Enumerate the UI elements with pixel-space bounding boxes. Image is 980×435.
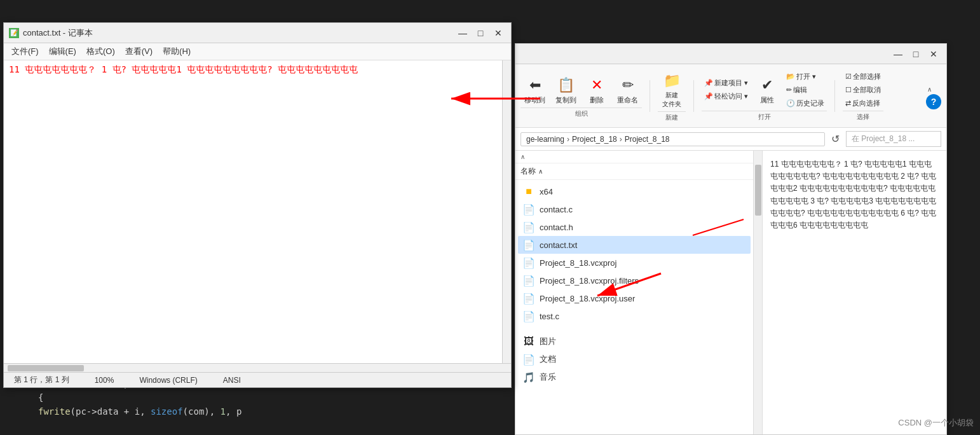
file-item-x64[interactable]: ■ x64 [518, 183, 751, 200]
file-list: ■ x64 📄 contact.c 📄 contact.h 📄 contact.… [515, 180, 753, 434]
csdn-watermark: CSDN @一个小胡袋 [898, 417, 974, 429]
ribbon-separator-3 [834, 80, 835, 112]
file-name-vcxproj-filters: Project_8_18.vcxproj.filters [540, 276, 639, 286]
ribbon-edit-button[interactable]: ✏ 编辑 [784, 84, 827, 96]
deselect-all-icon: ☐ [845, 86, 852, 94]
ribbon-new-item-button[interactable]: 📌 新建项目 ▾ [702, 77, 751, 89]
search-placeholder: 在 Project_8_18 ... [852, 134, 915, 144]
copy-to-icon: 📋 [556, 75, 576, 95]
ribbon-select-all-button[interactable]: ☑ 全部选择 [843, 71, 883, 83]
notepad-menu-file[interactable]: 文件(F) [6, 45, 44, 59]
file-name-vcxproj-user: Project_8_18.vcxproj.user [540, 294, 635, 303]
invert-selection-icon: ⇄ [845, 99, 851, 107]
notepad-window: 📝 contact.txt - 记事本 — □ ✕ 文件(F) 编辑(E) 格式… [3, 22, 512, 388]
ribbon-deselect-all-button[interactable]: ☐ 全部取消 [843, 84, 883, 96]
file-name-contact-txt: contact.txt [540, 240, 577, 250]
ribbon-open-buttons: 📌 新建项目 ▾ 📌 轻松访问 ▾ ✔ 属性 [702, 71, 827, 109]
ribbon-history-button[interactable]: 🕐 历史记录 [784, 97, 827, 109]
preview-content: 11 屯屯屯屯屯屯屯？ 1 屯? 屯屯屯屯屯1 屯屯屯屯屯屯屯屯屯? 屯屯屯屯屯… [770, 158, 939, 231]
notepad-horizontal-scrollbar[interactable] [4, 363, 511, 372]
ribbon-rename-button[interactable]: ✏ 重命名 [613, 74, 642, 106]
notepad-menu-format[interactable]: 格式(O) [81, 45, 120, 59]
help-button[interactable]: ? [926, 94, 941, 109]
notepad-hscroll-thumb [8, 365, 84, 371]
new-item-icon: 📌 [704, 79, 713, 87]
notepad-maximize-button[interactable]: □ [473, 25, 488, 41]
file-name-test-c: test.c [540, 312, 559, 321]
file-item-contact-c[interactable]: 📄 contact.c [518, 200, 751, 218]
notepad-vertical-scrollbar[interactable] [502, 60, 511, 363]
notepad-text-content: 11 屯屯屯屯屯屯屯？ 1 屯? 屯屯屯屯屯1 屯屯屯屯屯屯屯屯屯? 屯屯屯屯屯… [9, 63, 506, 76]
notepad-app-icon: 📝 [9, 28, 19, 38]
move-to-icon: ⬅ [525, 75, 545, 95]
ribbon-easy-access-button[interactable]: 📌 轻松访问 ▾ [702, 90, 751, 102]
file-icon-vcxproj-user: 📄 [523, 293, 534, 304]
notepad-titlebar-buttons: — □ ✕ [455, 25, 506, 41]
sort-icon: ∧ [538, 168, 543, 175]
ribbon-properties-button[interactable]: ✔ 属性 [753, 74, 781, 106]
quick-access-images[interactable]: 🖼 图片 [518, 333, 751, 350]
file-name-contact-h: contact.h [540, 223, 573, 232]
notepad-titlebar: 📝 contact.txt - 记事本 — □ ✕ [4, 23, 511, 43]
search-box[interactable]: 在 Project_8_18 ... [846, 131, 941, 147]
ribbon-new-folder-button[interactable]: 📁 新建文件夹 [658, 69, 686, 110]
ribbon-separator-2 [693, 80, 694, 112]
notepad-close-button[interactable]: ✕ [491, 25, 506, 41]
address-path-display[interactable]: ge-learning › Project_8_18 › Project_8_1… [521, 132, 825, 146]
open-icon: 📂 [786, 72, 795, 81]
file-icon-test-c: 📄 [523, 310, 534, 322]
file-icon-contact-h: 📄 [523, 221, 534, 233]
quick-access-music[interactable]: 🎵 音乐 [518, 368, 751, 386]
file-name-vcxproj: Project_8_18.vcxproj [540, 258, 616, 268]
notepad-menu-help[interactable]: 帮助(H) [158, 45, 196, 59]
scroll-up-icon: ∧ [521, 153, 525, 160]
ribbon-open-button[interactable]: 📂 打开 ▾ [784, 71, 827, 83]
ribbon-delete-button[interactable]: ✕ 删除 [583, 74, 611, 106]
ribbon-invert-selection-button[interactable]: ⇄ 反向选择 [843, 97, 883, 109]
file-list-column-header[interactable]: 名称 ∧ [515, 163, 753, 180]
scrollbar-thumb [755, 165, 761, 216]
file-icon-contact-c: 📄 [523, 204, 534, 215]
properties-icon: ✔ [757, 75, 777, 95]
file-item-vcxproj-user[interactable]: 📄 Project_8_18.vcxproj.user [518, 289, 751, 307]
file-item-test-c[interactable]: 📄 test.c [518, 307, 751, 325]
notepad-menu-view[interactable]: 查看(V) [120, 45, 158, 59]
file-item-contact-txt[interactable]: 📄 contact.txt [518, 236, 751, 254]
ribbon-collapse-area: ∧ ? [926, 83, 941, 109]
ribbon-open-label: 打开 [702, 111, 827, 121]
notepad-minimize-button[interactable]: — [455, 25, 470, 41]
path-part-2: Project_8_18 [572, 135, 617, 144]
file-item-vcxproj[interactable]: 📄 Project_8_18.vcxproj [518, 254, 751, 272]
edit-icon: ✏ [786, 86, 792, 94]
ribbon-move-to-button[interactable]: ⬅ 移动到 [521, 74, 549, 106]
path-part-3: Project_8_18 [625, 135, 670, 144]
quick-access-documents[interactable]: 📄 文档 [518, 350, 751, 368]
notepad-content-area[interactable]: 11 屯屯屯屯屯屯屯？ 1 屯? 屯屯屯屯屯1 屯屯屯屯屯屯屯屯屯? 屯屯屯屯屯… [4, 60, 511, 363]
images-icon: 🖼 [523, 336, 534, 347]
notepad-zoom-level: 100% [95, 376, 114, 385]
refresh-button[interactable]: ↺ [829, 130, 842, 148]
file-item-contact-h[interactable]: 📄 contact.h [518, 218, 751, 236]
path-chevron-2: › [620, 135, 622, 144]
notepad-encoding: ANSI [223, 376, 241, 385]
ribbon-group-new: 📁 新建文件夹 新建 [658, 69, 686, 122]
file-name-contact-c: contact.c [540, 205, 573, 214]
file-item-vcxproj-filters[interactable]: 📄 Project_8_18.vcxproj.filters [518, 272, 751, 289]
ribbon-collapse-icon[interactable]: ∧ [926, 85, 933, 94]
delete-icon: ✕ [587, 75, 607, 95]
notepad-menu-edit[interactable]: 编辑(E) [44, 45, 81, 59]
file-explorer-maximize-button[interactable]: □ [908, 46, 923, 62]
ribbon-toolbar: ⬅ 移动到 📋 复制到 ✕ 删除 ✏ 重命名 [515, 64, 946, 128]
name-column-header: 名称 [521, 166, 536, 177]
file-explorer-minimize-button[interactable]: — [890, 46, 906, 62]
file-explorer-close-button[interactable]: ✕ [926, 46, 941, 62]
music-icon: 🎵 [523, 371, 534, 383]
file-list-vertical-scrollbar[interactable] [753, 151, 762, 434]
notepad-cursor-position: 第 1 行，第 1 列 [14, 375, 69, 385]
file-list-area: ∧ 名称 ∧ ■ x64 📄 contact.c [515, 151, 762, 434]
ribbon-select-label: 选择 [843, 111, 883, 121]
file-name-x64: x64 [540, 187, 553, 197]
ribbon-copy-to-button[interactable]: 📋 复制到 [552, 74, 580, 106]
file-list-scroll-up[interactable]: ∧ [515, 151, 753, 163]
ribbon-group-organize: ⬅ 移动到 📋 复制到 ✕ 删除 ✏ 重命名 [521, 74, 642, 118]
